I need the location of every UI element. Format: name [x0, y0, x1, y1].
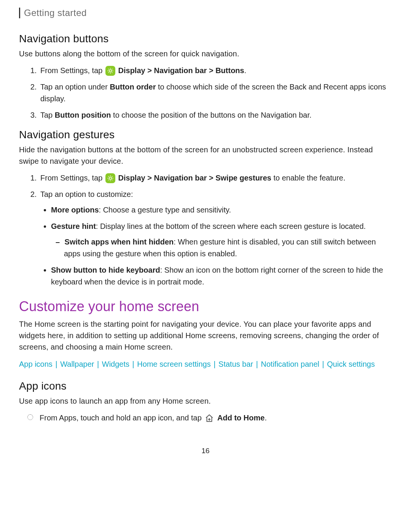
suboption-label: Switch apps when hint hidden	[65, 238, 174, 246]
option-more-options: More options: Choose a gesture type and …	[51, 204, 392, 216]
customize-intro: The Home screen is the starting point fo…	[19, 318, 392, 353]
step-text: Tap an option to customize:	[40, 190, 133, 198]
step-text-bold: Display > Navigation bar > Swipe gesture…	[118, 174, 271, 182]
nav-buttons-step-3: Tap Button position to choose the positi…	[39, 109, 392, 121]
svg-line-15	[112, 179, 113, 180]
gesture-hint-sublist: Switch apps when hint hidden: When gestu…	[51, 236, 392, 260]
display-icon	[105, 173, 115, 183]
svg-line-16	[108, 179, 109, 180]
nav-buttons-step-1: From Settings, tap Display > Navigation …	[39, 65, 392, 77]
option-text: : Choose a gesture type and sensitivity.	[99, 206, 231, 214]
suboption-switch-apps: Switch apps when hint hidden: When gestu…	[64, 236, 392, 260]
option-show-button: Show button to hide keyboard: Show an ic…	[51, 264, 392, 288]
link-separator: |	[95, 360, 101, 368]
customize-options-list: More options: Choose a gesture type and …	[40, 204, 392, 288]
svg-point-9	[109, 177, 112, 179]
step-text-pre: Tap	[40, 111, 55, 119]
add-to-home-icon	[204, 413, 214, 423]
heading-app-icons: App icons	[19, 380, 392, 392]
document-page: Getting started Navigation buttons Use b…	[0, 0, 411, 470]
option-gesture-hint: Gesture hint: Display lines at the botto…	[51, 220, 392, 260]
app-icons-steps: From Apps, touch and hold an app icon, a…	[19, 412, 392, 424]
navigation-gestures-intro: Hide the navigation buttons at the botto…	[19, 144, 392, 167]
customize-links: App icons | Wallpaper | Widgets | Home s…	[19, 358, 392, 370]
link-separator: |	[254, 360, 260, 368]
link-home-screen-settings[interactable]: Home screen settings	[137, 360, 210, 368]
link-quick-settings[interactable]: Quick settings	[327, 360, 375, 368]
breadcrumb: Getting started	[19, 8, 392, 18]
heading-navigation-gestures: Navigation gestures	[19, 129, 392, 141]
step-text-post: to choose the position of the buttons on…	[111, 111, 312, 119]
link-separator: |	[212, 360, 218, 368]
nav-buttons-step-2: Tap an option under Button order to choo…	[39, 81, 392, 105]
svg-line-5	[108, 69, 109, 69]
app-icons-intro: Use app icons to launch an app from any …	[19, 395, 392, 407]
step-text-post: .	[264, 414, 267, 422]
page-number: 16	[19, 447, 392, 455]
svg-point-0	[109, 70, 112, 72]
step-text-bold: Display > Navigation bar > Buttons	[118, 66, 244, 75]
option-label: Gesture hint	[51, 222, 96, 230]
heading-navigation-buttons: Navigation buttons	[19, 33, 392, 45]
nav-gestures-step-2: Tap an option to customize: More options…	[39, 189, 392, 288]
option-label: Show button to hide keyboard	[51, 266, 160, 274]
step-text-bold: Button order	[110, 83, 156, 91]
svg-line-17	[112, 176, 113, 177]
heading-customize-home-screen: Customize your home screen	[19, 299, 392, 315]
step-text-pre: From Apps, touch and hold an app icon, a…	[40, 414, 204, 422]
link-wallpaper[interactable]: Wallpaper	[60, 360, 94, 368]
link-app-icons[interactable]: App icons	[19, 360, 53, 368]
svg-line-8	[112, 69, 113, 69]
link-status-bar[interactable]: Status bar	[218, 360, 253, 368]
link-notification-panel[interactable]: Notification panel	[261, 360, 319, 368]
navigation-buttons-steps: From Settings, tap Display > Navigation …	[19, 65, 392, 121]
option-text: : Display lines at the bottom of the scr…	[96, 222, 366, 230]
link-widgets[interactable]: Widgets	[102, 360, 129, 368]
app-icons-step-1: From Apps, touch and hold an app icon, a…	[38, 412, 392, 424]
navigation-buttons-intro: Use buttons along the bottom of the scre…	[19, 48, 392, 59]
link-separator: |	[320, 360, 326, 368]
step-text-post: to enable the feature.	[271, 174, 346, 182]
svg-line-6	[112, 72, 113, 73]
step-text-bold: Add to Home	[217, 414, 264, 422]
link-separator: |	[53, 360, 59, 368]
step-text-pre: From Settings, tap	[40, 174, 105, 182]
svg-line-14	[108, 176, 109, 177]
step-text-post: .	[244, 66, 247, 75]
display-icon	[105, 66, 115, 76]
step-text-pre: Tap an option under	[40, 83, 110, 91]
step-text-bold: Button position	[55, 111, 111, 119]
step-text-pre: From Settings, tap	[40, 66, 105, 75]
option-label: More options	[51, 206, 99, 214]
link-separator: |	[130, 360, 136, 368]
nav-gestures-step-1: From Settings, tap Display > Navigation …	[39, 172, 392, 184]
svg-line-7	[108, 72, 109, 73]
navigation-gestures-steps: From Settings, tap Display > Navigation …	[19, 172, 392, 288]
